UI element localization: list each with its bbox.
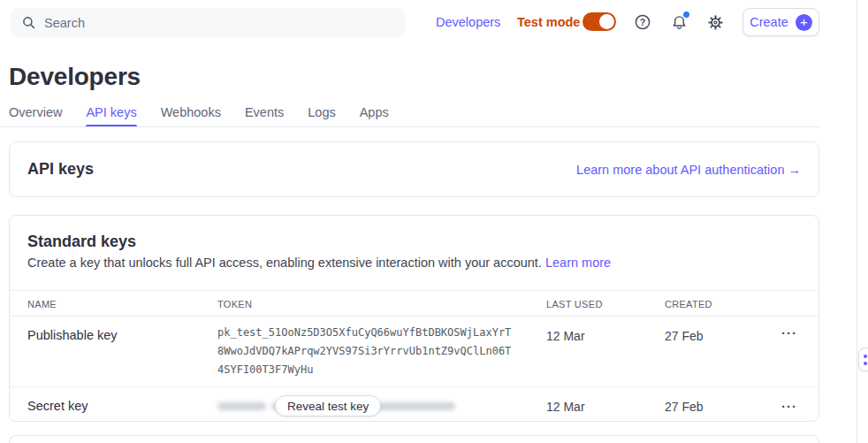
tab-events[interactable]: Events xyxy=(245,105,284,119)
gear-icon xyxy=(707,14,724,31)
description-text: Create a key that unlocks full API acces… xyxy=(27,256,542,270)
tabs-divider xyxy=(0,126,819,127)
notification-dot xyxy=(683,11,689,18)
table-row: Secret key Reveal test key 12 Mar 27 Feb… xyxy=(10,388,819,423)
key-name: Publishable key xyxy=(27,328,118,342)
header-token: TOKEN xyxy=(217,299,252,309)
last-used-value: 12 Mar xyxy=(546,329,585,343)
create-button[interactable]: Create + xyxy=(742,8,819,36)
key-name: Secret key xyxy=(27,399,88,413)
tab-overview[interactable]: Overview xyxy=(9,105,62,119)
test-mode-label: Test mode xyxy=(517,15,580,29)
create-label: Create xyxy=(750,15,788,29)
header-name: NAME xyxy=(27,299,57,309)
svg-text:?: ? xyxy=(640,17,645,27)
standard-keys-title: Standard keys xyxy=(27,233,801,251)
tab-api-keys[interactable]: API keys xyxy=(86,105,136,119)
right-divider xyxy=(857,0,857,443)
test-mode-toggle[interactable] xyxy=(582,12,616,31)
search-icon xyxy=(22,16,35,29)
learn-more-api-auth-link[interactable]: Learn more about API authentication → xyxy=(576,163,801,177)
page-title: Developers xyxy=(9,63,141,91)
masked-token-segment xyxy=(217,402,266,410)
notifications-button[interactable] xyxy=(669,12,689,32)
standard-keys-card: Standard keys Create a key that unlocks … xyxy=(9,215,819,422)
header-created: CREATED xyxy=(665,299,712,309)
help-button[interactable]: ? xyxy=(633,12,652,32)
tab-apps[interactable]: Apps xyxy=(360,105,389,119)
header-last-used: LAST USED xyxy=(546,299,603,309)
api-keys-card-title: API keys xyxy=(27,160,94,179)
created-value: 27 Feb xyxy=(665,329,704,343)
masked-token-segment xyxy=(376,402,455,410)
developers-link[interactable]: Developers xyxy=(436,15,500,29)
tabs: Overview API keys Webhooks Events Logs A… xyxy=(9,105,389,119)
created-value: 27 Feb xyxy=(665,400,704,414)
toggle-knob xyxy=(599,14,614,29)
standard-keys-description: Create a key that unlocks full API acces… xyxy=(27,256,801,270)
row-overflow-menu-button[interactable]: ··· xyxy=(777,323,802,342)
learn-more-link[interactable]: Learn more xyxy=(545,256,611,270)
api-keys-card: API keys Learn more about API authentica… xyxy=(9,141,819,197)
publishable-key-token[interactable]: pk_test_51OoNz5D3O5XfuCyQ66wuYfBtDBKOSWj… xyxy=(217,324,514,379)
row-overflow-menu-button[interactable]: ··· xyxy=(777,396,802,416)
search-placeholder: Search xyxy=(44,16,85,30)
help-icon: ? xyxy=(634,13,651,31)
reveal-test-key-button[interactable]: Reveal test key xyxy=(275,395,381,416)
last-used-value: 12 Mar xyxy=(546,400,585,414)
table-header-row: NAME TOKEN LAST USED CREATED xyxy=(10,290,819,317)
tab-logs[interactable]: Logs xyxy=(308,105,335,119)
search-input[interactable]: Search xyxy=(11,8,405,37)
widget-dot xyxy=(864,355,867,358)
side-widget-button[interactable] xyxy=(858,348,868,371)
widget-dot xyxy=(864,362,867,365)
table-row: Publishable key pk_test_51OoNz5D3O5XfuCy… xyxy=(10,317,819,387)
next-card-partial xyxy=(9,435,819,443)
plus-icon: + xyxy=(796,14,812,31)
settings-button[interactable] xyxy=(705,12,725,32)
tab-webhooks[interactable]: Webhooks xyxy=(161,105,221,119)
